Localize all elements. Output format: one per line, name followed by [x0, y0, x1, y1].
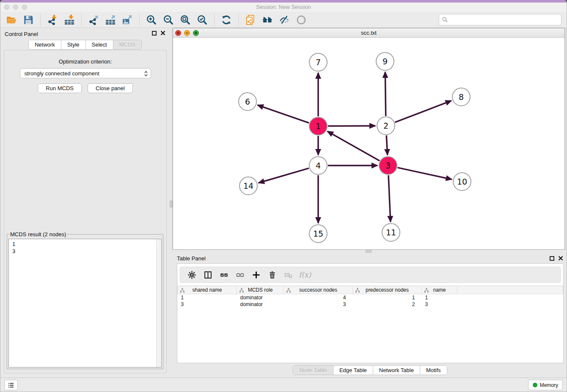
graph-node-4[interactable]: 4 [309, 157, 327, 174]
table-cell[interactable]: 4 [284, 294, 353, 301]
export-table-button[interactable] [102, 13, 119, 27]
graph-edge-3-11[interactable] [388, 175, 391, 222]
graph-node-11[interactable]: 11 [382, 224, 400, 241]
graph-node-9[interactable]: 9 [376, 52, 394, 70]
open-folder-icon [6, 14, 17, 25]
toolbar-separator [214, 14, 215, 26]
tab-network-table[interactable]: Network Table [373, 366, 420, 375]
graph-node-1[interactable]: 1 [309, 117, 327, 135]
splitter-grip[interactable] [170, 201, 173, 207]
table-settings-button[interactable] [184, 268, 199, 281]
graph-node-14[interactable]: 14 [239, 177, 257, 195]
app-window: Session: New Session [0, 0, 567, 392]
delete-table-button[interactable] [281, 268, 295, 281]
table-cell[interactable]: dominator [237, 294, 284, 301]
table-cell[interactable]: 1 [178, 294, 237, 301]
zoom-selected-button[interactable] [194, 13, 211, 27]
delete-column-button[interactable] [265, 268, 279, 281]
splitter-grip[interactable] [366, 250, 372, 253]
column-header-predecessor-nodes[interactable]: predecessor nodes [353, 286, 422, 294]
graph-edge-2-3[interactable] [386, 135, 387, 155]
column-header-successor-nodes[interactable]: successor nodes [284, 286, 353, 294]
table-row[interactable]: 3dominator323 [178, 301, 563, 308]
search-input[interactable] [448, 14, 561, 25]
show-hidden-button[interactable] [293, 13, 310, 27]
graph-node-6[interactable]: 6 [239, 93, 256, 110]
task-history-button[interactable] [4, 380, 18, 390]
open-session-button[interactable] [3, 13, 20, 27]
graph-edge-2-8[interactable] [395, 101, 451, 122]
tab-style[interactable]: Style [61, 40, 86, 49]
tab-edge-table[interactable]: Edge Table [333, 366, 373, 375]
apply-function-button[interactable]: f(x) [297, 271, 311, 279]
graph-edge-1-2[interactable] [328, 126, 375, 126]
save-session-button[interactable] [20, 13, 37, 27]
run-mcds-button[interactable]: Run MCDS [38, 83, 82, 93]
show-all-network-button[interactable] [259, 13, 276, 27]
deselect-all-columns-button[interactable] [233, 268, 247, 281]
minimize-window-button[interactable] [13, 5, 18, 10]
table-cell[interactable]: 1 [422, 294, 457, 301]
tab-select[interactable]: Select [86, 40, 113, 49]
result-scrollbar[interactable] [156, 239, 161, 367]
float-panel-icon[interactable] [152, 31, 157, 36]
hide-selected-button[interactable] [276, 13, 293, 27]
export-image-button[interactable] [119, 13, 136, 27]
table-cell[interactable]: dominator [237, 301, 284, 308]
network-close-button[interactable] [175, 30, 181, 36]
zoom-out-button[interactable] [160, 13, 177, 27]
graph-edge-3-1[interactable] [328, 131, 380, 160]
refresh-view-button[interactable] [218, 13, 235, 27]
network-maximize-button[interactable] [193, 30, 199, 36]
close-panel-icon[interactable] [160, 30, 165, 36]
graph-node-2[interactable]: 2 [377, 117, 395, 135]
horizontal-splitter[interactable] [173, 250, 567, 253]
graph-edge-2-9[interactable] [385, 72, 385, 116]
column-header-shared-name[interactable]: shared name [178, 286, 237, 294]
zoom-in-button[interactable] [143, 13, 160, 27]
import-network-button[interactable] [44, 13, 61, 27]
zoom-in-icon [146, 14, 157, 25]
column-header-name[interactable]: name [422, 286, 457, 294]
close-table-panel-icon[interactable] [558, 256, 563, 261]
tab-network[interactable]: Network [29, 40, 61, 49]
close-window-button[interactable] [4, 5, 9, 10]
select-all-columns-button[interactable] [217, 268, 231, 281]
graph-node-7[interactable]: 7 [309, 53, 327, 71]
network-graph[interactable]: 1234678910111415 [173, 38, 564, 249]
vertical-splitter[interactable] [170, 28, 173, 377]
zoom-fit-button[interactable] [177, 13, 194, 27]
export-network-button[interactable] [85, 13, 102, 27]
graph-node-8[interactable]: 8 [452, 88, 470, 106]
close-panel-button[interactable]: Close panel [88, 83, 133, 93]
add-column-button[interactable] [249, 268, 263, 281]
table-cell[interactable]: 3 [284, 301, 353, 308]
table-cell[interactable]: 2 [353, 301, 422, 308]
table-cell[interactable]: 3 [178, 301, 237, 308]
import-table-button[interactable] [61, 13, 78, 27]
graph-node-10[interactable]: 10 [453, 173, 471, 190]
tab-mcds[interactable]: MCDS [113, 40, 141, 49]
network-minimize-button[interactable] [184, 30, 190, 36]
table-cell[interactable]: 3 [422, 301, 457, 308]
criterion-select[interactable]: strongly connected component [20, 68, 151, 78]
tab-motifs[interactable]: Motifs [420, 366, 447, 375]
graph-edge-3-10[interactable] [397, 168, 451, 179]
graph-node-3[interactable]: 3 [379, 157, 397, 174]
table-cell[interactable]: 1 [353, 294, 422, 301]
node-table[interactable]: shared nameMCDS rolesuccessor nodesprede… [177, 286, 563, 308]
graph-edge-4-14[interactable] [259, 168, 309, 183]
new-network-from-selection-button[interactable] [242, 13, 259, 27]
tab-node-table[interactable]: Node Table [293, 366, 333, 375]
graph-node-15[interactable]: 15 [309, 225, 327, 243]
column-header-MCDS-role[interactable]: MCDS role [237, 286, 284, 294]
table-row[interactable]: 1dominator411 [178, 294, 563, 301]
network-window-titlebar[interactable]: scc.txt [173, 28, 564, 38]
float-table-panel-icon[interactable] [550, 256, 554, 261]
memory-button[interactable]: Memory [528, 380, 563, 390]
control-panel-title: Control Panel [5, 31, 38, 37]
table-panel: Table Panel [173, 253, 567, 377]
graph-edge-1-6[interactable] [258, 105, 309, 123]
split-columns-button[interactable] [201, 268, 215, 281]
maximize-window-button[interactable] [22, 5, 27, 10]
